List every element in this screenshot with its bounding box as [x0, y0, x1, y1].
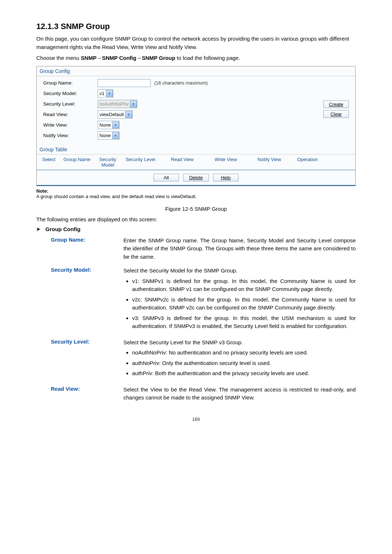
- notify-view-label: Notify View:: [43, 133, 98, 138]
- term-group-name: Group Name:: [51, 237, 116, 261]
- col-security-level: Security Level: [121, 157, 160, 168]
- col-read-view: Read View: [160, 157, 204, 168]
- group-table-header-row: Select Group Name Security Model Securit…: [37, 155, 355, 170]
- term-security-level: Security Level:: [51, 338, 116, 380]
- read-view-select[interactable]: viewDefault ▾: [98, 110, 132, 119]
- def-security-level-noauth: noAuthNoPriv: No authentication and no p…: [132, 349, 356, 357]
- clear-button[interactable]: Clear: [323, 110, 349, 118]
- note-label: Note:: [36, 188, 48, 194]
- security-level-label: Security Level:: [43, 101, 98, 107]
- chevron-down-icon: ▾: [130, 100, 137, 107]
- security-model-select[interactable]: v1 ▾: [98, 89, 113, 98]
- section-title: 12.1.3 SNMP Group: [36, 22, 356, 31]
- all-button[interactable]: All: [154, 174, 179, 181]
- page-number: 168: [36, 416, 356, 422]
- col-security-model: Security Model: [95, 157, 121, 168]
- intro-paragraph-2: Choose the menu SNMP→SNMP Config→SNMP Gr…: [36, 54, 356, 62]
- intro2-suffix: to load the following page.: [175, 55, 240, 61]
- col-write-view: Write View: [204, 157, 248, 168]
- intro-paragraph-1: On this page, you can configure SNMP Gro…: [36, 35, 356, 51]
- chevron-down-icon: ▾: [112, 122, 119, 128]
- read-view-value: viewDefault: [99, 112, 124, 117]
- chevron-right-icon: ➤: [36, 226, 40, 232]
- def-security-model-v3: v3: SNMPv3 is defined for the group. In …: [132, 314, 356, 331]
- delete-button[interactable]: Delete: [183, 174, 209, 181]
- entries-displayed-line: The following entries are displayed on t…: [36, 216, 356, 222]
- col-group-name: Group Name: [59, 157, 95, 168]
- notify-view-select[interactable]: None ▾: [98, 131, 119, 140]
- def-security-model-intro: Select the Security Model for the SNMP G…: [123, 267, 237, 274]
- def-security-level: Select the Security Level for the SNMP v…: [123, 338, 356, 380]
- security-level-select: noAuthNoPriv ▾: [98, 100, 137, 108]
- col-select: Select: [39, 157, 59, 168]
- col-notify-view: Notify View: [248, 157, 291, 168]
- group-config-heading: Group Config: [37, 66, 355, 76]
- term-security-model: Security Model:: [51, 267, 116, 333]
- security-model-value: v1: [99, 91, 105, 96]
- intro2-prefix: Choose the menu: [36, 55, 81, 61]
- create-button[interactable]: Create: [323, 100, 349, 108]
- write-view-select[interactable]: None ▾: [98, 121, 119, 129]
- note-text: A group should contain a read view, and …: [36, 194, 197, 199]
- chevron-down-icon: ▾: [125, 111, 132, 118]
- group-name-hint: (16 characters maximum): [154, 80, 208, 86]
- col-operation: Operation: [291, 157, 324, 168]
- write-view-value: None: [99, 122, 111, 128]
- def-security-model-v1: v1: SNMPv1 is defined for the group. In …: [132, 277, 356, 294]
- def-security-level-authnopriv: authNoPriv: Only the authentication secu…: [132, 359, 356, 368]
- chevron-down-icon: ▾: [106, 90, 113, 97]
- figure-caption: Figure 12-5 SNMP Group: [36, 206, 356, 212]
- intro2-menu-path: SNMP→SNMP Config→SNMP Group: [81, 55, 175, 61]
- security-level-value: noAuthNoPriv: [99, 101, 128, 107]
- group-name-label: Group Name:: [43, 80, 98, 86]
- notify-view-value: None: [99, 133, 111, 138]
- def-group-name: Enter the SNMP Group name. The Group Nam…: [123, 237, 356, 261]
- security-model-label: Security Model:: [43, 91, 98, 96]
- group-name-input[interactable]: [98, 79, 151, 87]
- chevron-down-icon: ▾: [112, 132, 119, 139]
- help-button[interactable]: Help: [213, 174, 238, 181]
- term-read-view: Read View:: [51, 386, 116, 402]
- write-view-label: Write View:: [43, 122, 98, 128]
- group-table-heading: Group Table: [37, 145, 355, 155]
- read-view-label: Read View:: [43, 112, 98, 117]
- group-config-panel: Group Config Group Name: (16 characters …: [36, 66, 356, 186]
- def-read-view: Select the View to be the Read View. The…: [123, 386, 356, 402]
- def-security-level-intro: Select the Security Level for the SNMP v…: [123, 339, 243, 345]
- def-security-model-v2c: v2c: SNMPv2c is defined for the group. I…: [132, 296, 356, 312]
- group-config-subhead: Group Config: [45, 226, 81, 232]
- def-security-model: Select the Security Model for the SNMP G…: [123, 267, 356, 333]
- def-security-level-authpriv: authPriv: Both the authentication and th…: [132, 369, 356, 378]
